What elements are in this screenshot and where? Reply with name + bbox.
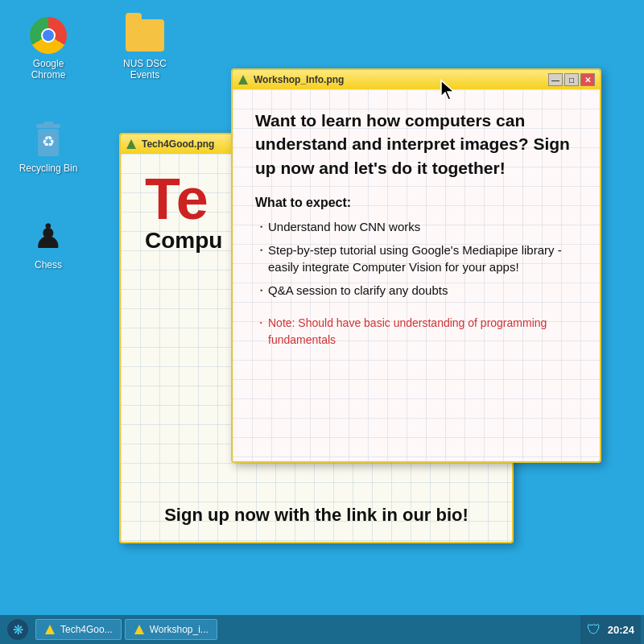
bullet-3: Q&A session to clarify any doubts — [255, 282, 577, 299]
svg-marker-11 — [45, 625, 55, 634]
workshop-note: Note: Should have basic understanding of… — [255, 315, 577, 349]
chrome-label: Google Chrome — [16, 58, 80, 80]
workshop-maximize-button[interactable]: □ — [564, 73, 579, 86]
svg-rect-5 — [130, 145, 133, 149]
recycle-label: Recycling Bin — [19, 163, 78, 174]
taskbar-tech4good-label: Tech4Goo... — [60, 624, 113, 635]
workshop-headline: Want to learn how computers can understa… — [255, 109, 577, 180]
nus-label: NUS DSC Events — [113, 58, 177, 80]
system-time: 20:24 — [608, 624, 634, 636]
tech4good-title-icon — [126, 138, 137, 150]
workshop-section-title: What to expect: — [255, 196, 577, 210]
taskbar: ❋ Tech4Goo... Workshop_i... 🛡 20:24 — [0, 615, 644, 644]
workshop-content: Want to learn how computers can understa… — [233, 89, 600, 461]
svg-text:♻: ♻ — [42, 134, 55, 150]
svg-rect-1 — [43, 122, 53, 126]
workshop-minimize-button[interactable]: — — [548, 73, 563, 86]
workshop-titlebar[interactable]: Workshop_Info.png — □ ✕ — [233, 70, 600, 89]
svg-marker-12 — [134, 625, 144, 634]
bullet-2: Step-by-step tutorial using Google's Med… — [255, 242, 577, 275]
folder-icon — [126, 16, 164, 55]
workshop-taskbar-icon — [134, 624, 145, 635]
tech4good-footer: Sign up now with the link in our bio! — [164, 505, 469, 526]
workshop-bullets: Understand how CNN works Step-by-step tu… — [255, 218, 577, 299]
recycle-bin-icon-container[interactable]: ♻ Recycling Bin — [16, 121, 80, 174]
chrome-icon-container[interactable]: Google Chrome — [16, 16, 80, 80]
chess-icon-container[interactable]: ♟ Chess — [16, 217, 80, 270]
taskbar-workshop-btn[interactable]: Workshop_i... — [125, 619, 217, 640]
workshop-controls[interactable]: — □ ✕ — [548, 73, 595, 86]
workshop-close-button[interactable]: ✕ — [580, 73, 595, 86]
chess-icon: ♟ — [29, 217, 68, 256]
bullet-1: Understand how CNN works — [255, 218, 577, 235]
svg-rect-7 — [242, 80, 245, 85]
recycle-bin-icon: ♻ — [29, 121, 68, 159]
chrome-icon — [29, 16, 68, 55]
taskbar-tech4good-btn[interactable]: Tech4Goo... — [35, 619, 122, 640]
system-tray: 🛡 20:24 — [580, 615, 641, 644]
tech4good-taskbar-icon — [44, 624, 56, 635]
start-button[interactable]: ❋ — [3, 618, 32, 641]
workshop-title-text: Workshop_Info.png — [254, 74, 543, 85]
workshop-title-icon — [237, 74, 249, 85]
workshop-window: Workshop_Info.png — □ ✕ Want to learn ho… — [231, 68, 601, 463]
chess-label: Chess — [35, 259, 62, 270]
taskbar-workshop-label: Workshop_i... — [150, 624, 208, 635]
svg-text:❋: ❋ — [13, 623, 23, 637]
nus-folder-icon-container[interactable]: NUS DSC Events — [113, 16, 177, 80]
shield-icon: 🛡 — [587, 621, 601, 638]
